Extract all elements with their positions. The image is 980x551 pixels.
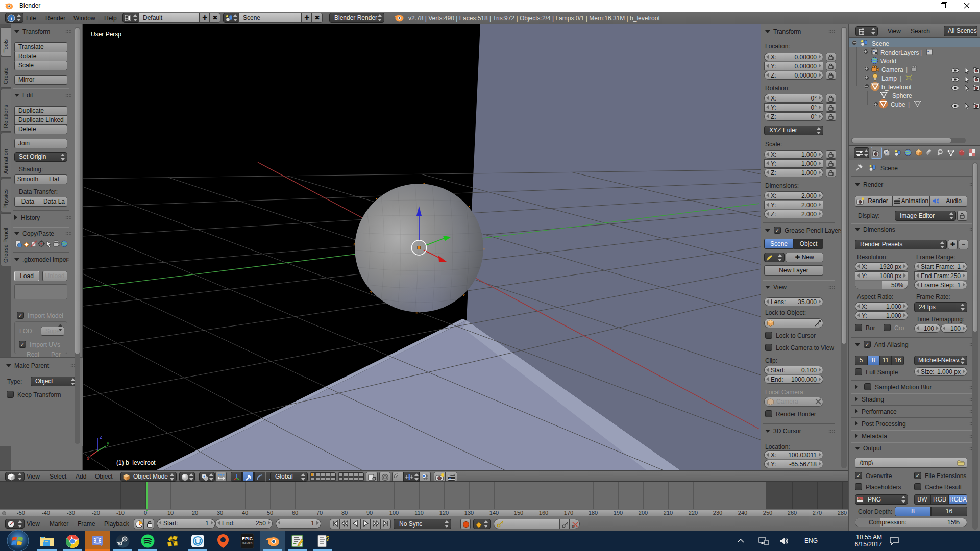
svg-text:GAMES: GAMES [242, 542, 253, 545]
svg-text:EPIC: EPIC [242, 536, 253, 541]
svg-text:(1) b_levelroot: (1) b_levelroot [116, 459, 156, 466]
svg-text:?: ? [326, 535, 329, 543]
svg-text:y: y [107, 440, 109, 446]
svg-text:z: z [100, 434, 102, 440]
svg-text:x: x [87, 456, 89, 461]
svg-text:User Persp: User Persp [91, 31, 121, 38]
svg-text:i: i [10, 15, 12, 21]
